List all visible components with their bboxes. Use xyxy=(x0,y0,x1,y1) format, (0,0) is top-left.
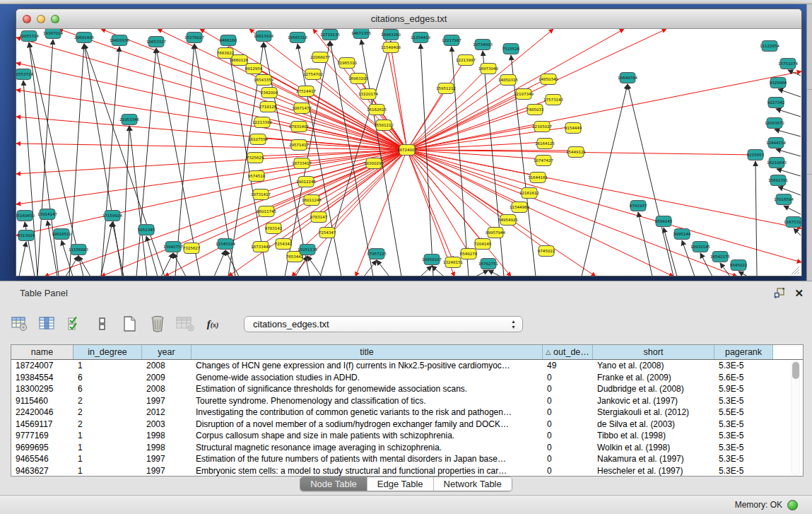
network-node[interactable]: 12093872 xyxy=(765,118,784,129)
network-node[interactable]: 25160650 xyxy=(16,211,35,221)
network-view-window[interactable]: citations_edges.txt 20055724193870142069… xyxy=(16,8,802,276)
network-node[interactable]: 89957944 xyxy=(486,228,505,238)
network-node[interactable]: 9227342 xyxy=(767,98,785,108)
table-cell[interactable]: 1 xyxy=(73,443,142,452)
network-node[interactable]: 9329966 xyxy=(770,78,787,88)
table-cell[interactable]: 1997 xyxy=(142,466,192,476)
table-row[interactable]: 977716911998Corpus callosum shape and si… xyxy=(11,430,803,442)
table-cell[interactable]: 2 xyxy=(73,396,142,406)
network-node[interactable]: 27514417 xyxy=(296,86,316,97)
select-rows-icon[interactable] xyxy=(66,315,84,333)
network-node[interactable]: 19734903 xyxy=(473,40,493,50)
table-cell[interactable]: 0 xyxy=(543,373,593,382)
network-node[interactable]: 15951212 xyxy=(436,83,456,94)
delete-table-icon[interactable] xyxy=(148,315,167,333)
table-row[interactable]: 2242004622012Investigating the contribut… xyxy=(11,407,803,419)
table-vertical-scrollbar[interactable] xyxy=(791,361,800,475)
table-cell[interactable]: 1997 xyxy=(142,454,192,464)
table-cell[interactable]: Changes of HCN gene expression and I(f) … xyxy=(192,361,543,370)
table-cell[interactable]: Nakamura et al. (1997) xyxy=(593,454,714,464)
network-node[interactable]: 54954921 xyxy=(498,215,518,226)
network-node[interactable]: 11254419 xyxy=(411,33,430,43)
table-cell[interactable]: Genome-wide association studies in ADHD. xyxy=(192,373,543,382)
table-cell[interactable]: 9777169 xyxy=(11,431,73,440)
network-node[interactable]: 29571417 xyxy=(289,140,309,151)
table-cell[interactable]: 1997 xyxy=(142,396,192,406)
network-node[interactable]: 87831402 xyxy=(289,122,309,132)
network-node[interactable]: 18973049 xyxy=(478,64,498,74)
scrollbar-thumb[interactable] xyxy=(792,362,799,379)
table-row[interactable]: 1830029562008Estimation of significance … xyxy=(11,383,803,395)
network-node[interactable]: 14850342 xyxy=(539,74,558,85)
network-node[interactable]: 9215953 xyxy=(747,150,765,160)
network-node[interactable]: 11156883 xyxy=(69,245,88,255)
table-cell[interactable]: 9465546 xyxy=(11,454,73,464)
table-cell[interactable]: 6 xyxy=(73,373,142,382)
table-cell[interactable]: 5.3E-5 xyxy=(714,431,773,440)
memory-status-indicator[interactable] xyxy=(787,500,798,510)
table-cell[interactable]: 5.3E-5 xyxy=(714,419,773,429)
network-node[interactable]: 7254342 xyxy=(275,239,293,250)
network-node[interactable]: 15692391 xyxy=(768,175,788,186)
network-node[interactable]: 9745022 xyxy=(538,246,555,257)
column-header-title[interactable]: title xyxy=(192,345,543,359)
network-node[interactable]: 8313024 xyxy=(18,230,35,241)
table-cell[interactable]: 19384554 xyxy=(11,373,73,382)
close-window-icon[interactable] xyxy=(23,15,31,23)
table-cell[interactable]: 0 xyxy=(543,431,593,440)
network-node[interactable]: 17159924 xyxy=(102,211,122,221)
network-node[interactable]: 6549278 xyxy=(460,249,478,259)
column-header-short[interactable]: short xyxy=(593,345,714,359)
network-node[interactable]: 12754702 xyxy=(303,69,323,80)
network-node[interactable]: 11548408 xyxy=(381,42,401,53)
network-node[interactable]: 18731417 xyxy=(251,189,271,200)
table-cell[interactable]: 14569117 xyxy=(11,419,73,429)
table-cell[interactable]: 5.6E-5 xyxy=(714,373,773,382)
table-cell[interactable]: 18724007 xyxy=(11,361,73,370)
network-node[interactable]: 7663822 xyxy=(217,48,235,59)
network-node[interactable]: 16011745 xyxy=(257,206,276,217)
table-cell[interactable]: 5.3E-5 xyxy=(714,443,773,452)
table-cell[interactable]: Jankovic et al. (1997) xyxy=(593,396,714,406)
network-node[interactable]: 9783147 xyxy=(310,212,328,223)
zoom-window-icon[interactable] xyxy=(51,15,59,23)
table-cell[interactable]: 1 xyxy=(73,431,142,440)
table-cell[interactable]: 2003 xyxy=(142,419,192,429)
network-node[interactable]: 15581212 xyxy=(374,120,394,131)
network-node[interactable]: 11544969 xyxy=(510,202,529,213)
table-selector-combobox[interactable]: citations_edges.txt ▲▼ xyxy=(244,316,523,332)
network-node[interactable]: 11965310 xyxy=(337,58,357,69)
column-header-outde[interactable]: △out_de… xyxy=(543,345,593,359)
table-cell[interactable]: 2008 xyxy=(142,361,192,370)
network-node[interactable]: 8599145 xyxy=(655,216,673,227)
table-cell[interactable]: 9115460 xyxy=(11,396,73,406)
network-node[interactable]: 13942757 xyxy=(163,242,183,252)
network-node[interactable]: 18733447 xyxy=(251,242,271,252)
network-node[interactable]: 17957225 xyxy=(367,249,387,259)
network-node[interactable]: 2718126 xyxy=(259,102,277,112)
table-cell[interactable]: 0 xyxy=(543,443,593,452)
network-node[interactable]: 3095144 xyxy=(673,229,691,240)
column-header-indegree[interactable]: in_degree xyxy=(73,345,142,359)
network-node[interactable]: 9660126 xyxy=(231,55,249,66)
table-row[interactable]: 1938455462009Genome-wide association stu… xyxy=(11,372,803,384)
network-node[interactable]: 5051345 xyxy=(138,225,155,235)
network-node[interactable]: 22068077 xyxy=(310,52,330,63)
table-cell[interactable]: 0 xyxy=(543,396,593,406)
network-node[interactable]: 19387014 xyxy=(43,29,63,39)
table-cell[interactable]: 2012 xyxy=(142,407,192,417)
network-node[interactable]: 10958107 xyxy=(422,255,442,265)
table-cell[interactable]: 9463627 xyxy=(11,466,73,476)
table-cell[interactable]: 22420046 xyxy=(11,407,73,417)
new-table-icon[interactable] xyxy=(121,315,139,333)
network-node[interactable]: 18107554 xyxy=(248,134,268,145)
table-cell[interactable]: Disruption of a novel member of a sodium… xyxy=(192,419,543,429)
table-cell[interactable]: 5.3E-5 xyxy=(714,454,773,464)
network-node[interactable]: 10932145 xyxy=(690,242,710,252)
tab-network-table[interactable]: Network Table xyxy=(433,477,512,491)
network-node[interactable]: 16542175 xyxy=(710,252,730,262)
table-cell[interactable]: 9699695 xyxy=(11,443,73,452)
network-node[interactable]: 31644161 xyxy=(528,173,548,183)
network-node[interactable]: 11122654 xyxy=(760,41,779,52)
table-cell[interactable]: Tibbo et al. (1998) xyxy=(593,431,714,440)
